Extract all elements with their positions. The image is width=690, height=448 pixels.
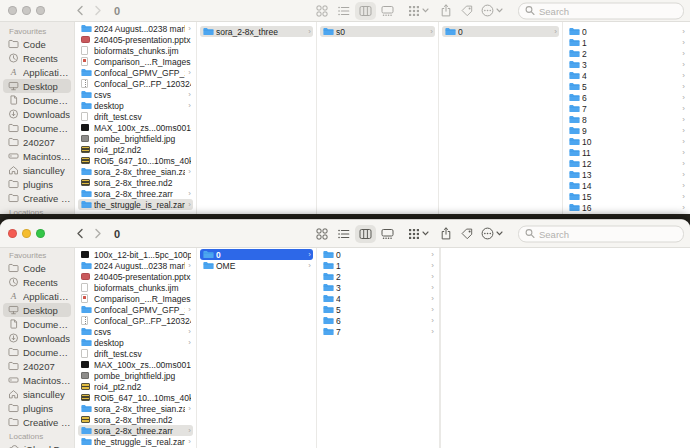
sidebar-item-downloads[interactable]: Downloads <box>3 107 71 121</box>
file-row[interactable]: desktop› <box>78 100 193 111</box>
more-button[interactable] <box>479 2 505 19</box>
file-row[interactable]: bioformats_chunks.ijm <box>78 45 193 56</box>
forward-button[interactable] <box>94 228 102 239</box>
file-row[interactable]: sora_2-8x_three_sian.zarr› <box>78 166 193 177</box>
file-row[interactable]: 2024 August...0238 marking› <box>78 260 193 271</box>
sidebar-item-creative-clo[interactable]: Creative Clo... <box>3 415 71 429</box>
file-row[interactable]: OME› <box>200 260 313 271</box>
file-row[interactable]: 5› <box>566 81 687 92</box>
back-button[interactable] <box>76 228 84 239</box>
sidebar-item-plugins[interactable]: plugins <box>3 177 71 191</box>
gallery-view-button[interactable] <box>377 225 398 243</box>
file-row[interactable]: 7› <box>320 326 436 337</box>
minimize-button[interactable] <box>22 6 31 15</box>
search-input[interactable] <box>539 5 677 16</box>
file-row[interactable]: 240405-presentation.pptx <box>78 271 193 282</box>
sidebar-item-desktop[interactable]: Desktop <box>3 303 71 317</box>
file-row[interactable]: 0› <box>566 26 687 37</box>
file-row[interactable]: sora_2-8x_three.zarr› <box>78 188 193 199</box>
sidebar-item-plugins[interactable]: plugins <box>3 401 71 415</box>
columns-view-button[interactable] <box>355 2 376 20</box>
file-row[interactable]: 9› <box>566 125 687 136</box>
file-row[interactable]: 6› <box>320 315 436 326</box>
file-row[interactable]: Confocal_GP...FP_120324.zip <box>78 78 193 89</box>
file-row[interactable]: bioformats_chunks.ijm <box>78 282 193 293</box>
sidebar-item-desktop[interactable]: Desktop <box>3 79 71 93</box>
minimize-button[interactable] <box>22 229 31 238</box>
file-row[interactable]: 4› <box>320 293 436 304</box>
file-row[interactable]: 100x_12-bit_1...5pc_100pc.tif <box>78 249 193 260</box>
close-button[interactable] <box>8 6 17 15</box>
file-row[interactable]: 3› <box>566 59 687 70</box>
file-row[interactable]: csvs› <box>78 326 193 337</box>
sidebar-item-sianculley[interactable]: sianculley <box>3 163 71 177</box>
tag-button[interactable] <box>459 226 476 242</box>
sidebar-item-sianculley[interactable]: sianculley <box>3 387 71 401</box>
file-row[interactable]: roi4_pt2.nd2 <box>78 381 193 392</box>
sidebar-item-documents[interactable]: Documents <box>3 121 71 135</box>
forward-button[interactable] <box>94 5 102 16</box>
list-view-button[interactable] <box>333 225 354 243</box>
sidebar-item-code[interactable]: Code <box>3 37 71 51</box>
group-button[interactable] <box>406 226 431 242</box>
file-row[interactable]: Confocal_GPMV_GFP_120324› <box>78 304 193 315</box>
file-row[interactable]: Comparison_...R_Images.pdf <box>78 56 193 67</box>
file-row[interactable]: sora_2-8x_three.nd2 <box>78 414 193 425</box>
file-row[interactable]: s0› <box>320 26 435 37</box>
file-row[interactable]: 11› <box>566 147 687 158</box>
sidebar-item-recents[interactable]: Recents <box>3 275 71 289</box>
zoom-button[interactable] <box>36 229 45 238</box>
file-row[interactable]: ROI5_647_10...10ms_40k.nd2 <box>78 392 193 403</box>
sidebar-item-code[interactable]: Code <box>3 261 71 275</box>
file-row[interactable]: sora_2-8x_three.zarr› <box>78 425 193 436</box>
icons-view-button[interactable] <box>311 2 332 20</box>
back-button[interactable] <box>76 5 84 16</box>
sidebar-item-240207[interactable]: 240207 <box>3 135 71 149</box>
more-button[interactable] <box>479 225 505 242</box>
sidebar-item-documents[interactable]: Documents <box>3 345 71 359</box>
file-row[interactable]: csvs› <box>78 89 193 100</box>
file-row[interactable]: 3› <box>320 282 436 293</box>
file-row[interactable]: 1› <box>566 37 687 48</box>
file-row[interactable]: sora_2-8x_three_sian.zarr› <box>78 403 193 414</box>
file-row[interactable]: 8› <box>566 114 687 125</box>
file-row[interactable]: 2024 August...0238 marking› <box>78 23 193 34</box>
sidebar-item-documents[interactable]: Documents <box>3 317 71 331</box>
file-row[interactable]: sora_2-8x_three› <box>200 26 313 37</box>
icons-view-button[interactable] <box>311 225 332 243</box>
search-input[interactable] <box>539 228 677 239</box>
share-button[interactable] <box>438 225 454 242</box>
file-row[interactable]: 10› <box>566 136 687 147</box>
file-row[interactable]: 6› <box>566 92 687 103</box>
gallery-view-button[interactable] <box>377 2 398 20</box>
tag-button[interactable] <box>459 3 476 19</box>
file-row[interactable]: 0› <box>200 249 313 260</box>
file-row[interactable]: Comparison_...R_Images.pdf <box>78 293 193 304</box>
sidebar-item-macintosh-hd[interactable]: Macintosh HD <box>3 149 71 163</box>
file-row[interactable]: 2› <box>566 48 687 59</box>
file-row[interactable]: 14› <box>566 180 687 191</box>
file-row[interactable]: 1› <box>320 260 436 271</box>
file-row[interactable]: roi4_pt2.nd2 <box>78 144 193 155</box>
close-button[interactable] <box>8 229 17 238</box>
file-row[interactable]: 0› <box>442 26 559 37</box>
sidebar-item-creative-clo[interactable]: Creative Clo... <box>3 191 71 205</box>
file-row[interactable]: 240405-presentation.pptx <box>78 34 193 45</box>
sidebar-item-icloud-drive[interactable]: iCloud Drive <box>3 442 71 448</box>
list-view-button[interactable] <box>333 2 354 20</box>
file-row[interactable]: 16› <box>566 202 687 213</box>
file-row[interactable]: 7› <box>566 103 687 114</box>
file-row[interactable]: 4› <box>566 70 687 81</box>
group-button[interactable] <box>406 3 431 19</box>
sidebar-item-240207[interactable]: 240207 <box>3 359 71 373</box>
sidebar-item-recents[interactable]: Recents <box>3 51 71 65</box>
sidebar-item-applications[interactable]: AApplications <box>3 289 71 303</box>
file-row[interactable]: pombe_brightfield.jpg <box>78 370 193 381</box>
share-button[interactable] <box>438 2 454 19</box>
sidebar-item-applications[interactable]: AApplications <box>3 65 71 79</box>
file-row[interactable]: drift_test.csv <box>78 111 193 122</box>
file-row[interactable]: MAX_100x_zs...00ms001-1.tif <box>78 359 193 370</box>
sidebar-item-downloads[interactable]: Downloads <box>3 331 71 345</box>
file-row[interactable]: 13› <box>566 169 687 180</box>
file-row[interactable]: the_struggle_is_real.zarr› <box>78 436 193 447</box>
